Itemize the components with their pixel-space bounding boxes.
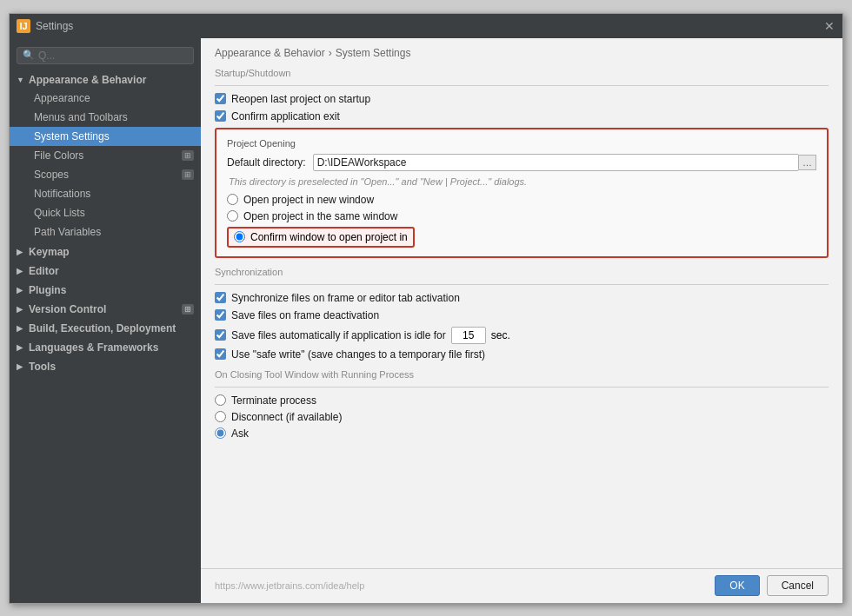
save-idle-unit: sec.	[491, 329, 510, 341]
settings-content: Startup/Shutdown Reopen last project on …	[201, 64, 842, 568]
confirm-exit-row: Confirm application exit	[215, 110, 829, 123]
open-same-window-label[interactable]: Open project in the same window	[227, 210, 816, 222]
sync-files-checkbox[interactable]	[215, 292, 226, 303]
open-same-window-radio[interactable]	[227, 210, 238, 222]
sidebar-item-tools[interactable]: ▶ Tools	[10, 356, 201, 375]
content-area: 🔍 ▼ Appearance & Behavior Appearance Men…	[10, 38, 842, 603]
sidebar-item-quick-lists[interactable]: Quick Lists	[10, 203, 201, 222]
chevron-right-icon: ▶	[17, 286, 25, 295]
default-dir-label: Default directory:	[227, 156, 306, 169]
open-new-window-row: Open project in new window	[227, 194, 816, 206]
sidebar-item-build-execution[interactable]: ▶ Build, Execution, Deployment	[10, 318, 201, 337]
default-dir-row: Default directory: …	[227, 154, 816, 171]
save-idle-row: Save files automatically if application …	[215, 327, 829, 344]
sidebar-item-keymap[interactable]: ▶ Keymap	[10, 242, 201, 261]
reopen-last-project-row: Reopen last project on startup	[215, 93, 829, 105]
dir-browse-button[interactable]: …	[799, 155, 816, 170]
breadcrumb-part1: Appearance & Behavior	[215, 47, 325, 59]
app-icon: IJ	[17, 19, 30, 33]
sidebar-item-path-variables[interactable]: Path Variables	[10, 222, 201, 242]
sidebar-item-system-settings[interactable]: System Settings	[10, 127, 201, 146]
sidebar-vc-label: Version Control	[29, 303, 106, 315]
confirm-window-row: Confirm window to open project in	[227, 227, 816, 248]
sidebar-lang-label: Languages & Frameworks	[29, 341, 158, 354]
chevron-right-icon: ▶	[17, 267, 25, 275]
sync-files-row: Synchronize files on frame or editor tab…	[215, 292, 829, 304]
breadcrumb: Appearance & Behavior › System Settings	[201, 38, 842, 64]
chevron-right-icon: ▶	[17, 324, 25, 333]
closing-title: On Closing Tool Window with Running Proc…	[215, 369, 829, 380]
save-idle-checkbox[interactable]	[215, 329, 226, 341]
sidebar-editor-label: Editor	[29, 265, 59, 277]
sidebar-build-label: Build, Execution, Deployment	[29, 322, 176, 334]
safe-write-row: Use "safe write" (save changes to a temp…	[215, 348, 829, 361]
confirm-exit-label[interactable]: Confirm application exit	[215, 110, 340, 123]
cancel-button[interactable]: Cancel	[767, 575, 829, 596]
breadcrumb-separator: ›	[329, 47, 332, 59]
sidebar-item-notifications[interactable]: Notifications	[10, 184, 201, 203]
project-opening-title: Project Opening	[227, 138, 816, 149]
confirm-window-radio[interactable]	[234, 231, 245, 242]
sidebar-item-appearance-behavior[interactable]: ▼ Appearance & Behavior	[10, 70, 201, 89]
sidebar-item-editor[interactable]: ▶ Editor	[10, 261, 201, 280]
open-new-window-radio[interactable]	[227, 194, 238, 205]
sidebar-keymap-label: Keymap	[29, 246, 70, 258]
sync-files-label[interactable]: Synchronize files on frame or editor tab…	[215, 292, 460, 304]
default-dir-input[interactable]	[317, 156, 795, 169]
disconnect-label[interactable]: Disconnect (if available)	[215, 411, 829, 423]
save-deactivation-row: Save files on frame deactivation	[215, 309, 829, 321]
ask-radio[interactable]	[215, 427, 226, 439]
sidebar-item-version-control[interactable]: ▶ Version Control ⊞	[10, 299, 201, 318]
confirm-window-highlight: Confirm window to open project in	[227, 227, 415, 248]
sidebar-item-languages-frameworks[interactable]: ▶ Languages & Frameworks	[10, 337, 201, 356]
disconnect-radio[interactable]	[215, 411, 226, 422]
sidebar-group-label: Appearance & Behavior	[29, 74, 146, 86]
footer-hint: https://www.jetbrains.com/idea/help	[215, 580, 364, 591]
open-new-window-label[interactable]: Open project in new window	[227, 194, 816, 206]
save-deactivation-label[interactable]: Save files on frame deactivation	[215, 309, 379, 321]
sidebar-item-file-colors[interactable]: File Colors ⊞	[10, 146, 201, 165]
search-box[interactable]: 🔍	[17, 47, 194, 64]
terminate-row: Terminate process	[215, 394, 829, 407]
synchronization-title: Synchronization	[215, 267, 829, 277]
sidebar-item-scopes[interactable]: Scopes ⊞	[10, 165, 201, 184]
safe-write-label[interactable]: Use "safe write" (save changes to a temp…	[215, 348, 485, 361]
window-title: Settings	[36, 20, 823, 32]
save-deactivation-checkbox[interactable]	[215, 309, 226, 321]
main-content: Appearance & Behavior › System Settings …	[201, 38, 842, 603]
project-opening-box: Project Opening Default directory: … Thi…	[215, 128, 829, 258]
save-idle-label[interactable]: Save files automatically if application …	[215, 329, 446, 341]
scopes-badge: ⊞	[182, 169, 194, 180]
titlebar: IJ Settings ✕	[10, 14, 842, 38]
sidebar-item-plugins[interactable]: ▶ Plugins	[10, 280, 201, 299]
open-same-window-row: Open project in the same window	[227, 210, 816, 222]
ask-label[interactable]: Ask	[215, 427, 829, 440]
sidebar-tools-label: Tools	[29, 361, 56, 373]
dir-hint-text: This directory is preselected in "Open..…	[227, 176, 816, 187]
sidebar-item-appearance[interactable]: Appearance	[10, 89, 201, 108]
synchronization-box: Synchronization Synchronize files on fra…	[215, 267, 829, 361]
file-colors-badge: ⊞	[182, 150, 194, 161]
default-dir-input-wrapper[interactable]	[313, 154, 799, 171]
breadcrumb-part2: System Settings	[336, 47, 411, 59]
sidebar: 🔍 ▼ Appearance & Behavior Appearance Men…	[10, 38, 201, 603]
ask-row: Ask	[215, 427, 829, 440]
reopen-last-project-checkbox[interactable]	[215, 93, 226, 104]
footer: https://www.jetbrains.com/idea/help OK C…	[201, 568, 842, 603]
close-button[interactable]: ✕	[823, 20, 835, 32]
sidebar-item-menus-toolbars[interactable]: Menus and Toolbars	[10, 108, 201, 127]
safe-write-checkbox[interactable]	[215, 348, 226, 360]
sidebar-plugins-label: Plugins	[29, 284, 66, 296]
search-input[interactable]	[38, 50, 188, 62]
closing-box: On Closing Tool Window with Running Proc…	[215, 369, 829, 440]
disconnect-row: Disconnect (if available)	[215, 411, 829, 423]
search-icon: 🔍	[23, 50, 35, 61]
terminate-radio[interactable]	[215, 394, 226, 406]
chevron-right-icon: ▶	[17, 305, 25, 314]
ok-button[interactable]: OK	[715, 575, 759, 596]
reopen-last-project-label[interactable]: Reopen last project on startup	[215, 93, 370, 105]
terminate-label[interactable]: Terminate process	[215, 394, 829, 407]
confirm-exit-checkbox[interactable]	[215, 110, 226, 122]
save-idle-value-input[interactable]	[451, 327, 486, 344]
chevron-right-icon: ▶	[17, 248, 25, 256]
